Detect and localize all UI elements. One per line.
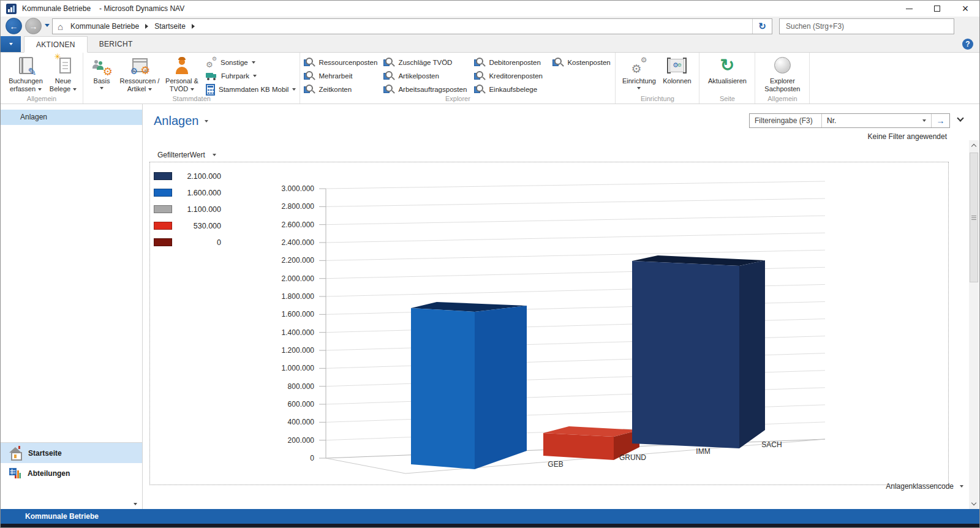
svg-text:1.000.000: 1.000.000 (282, 364, 315, 372)
scroll-down-button[interactable] (969, 499, 979, 509)
filter-field-select[interactable]: Nr. (822, 116, 931, 125)
aktualisieren-button[interactable]: Aktualisieren (703, 53, 751, 85)
grip-icon (971, 216, 976, 220)
breadcrumb: Kommunale Betriebe Startseite (52, 18, 772, 34)
collapse-filter-pane-icon[interactable] (957, 115, 963, 121)
chart-legend: 2.100.0001.600.0001.100.000530.0000 (154, 168, 221, 251)
button-label: Einkaufsbelege (489, 86, 537, 93)
measure-selector[interactable]: GefilterterWert (157, 151, 216, 159)
buchungen-erfassen-button[interactable]: Buchungen erfassen (4, 53, 47, 92)
legend-swatch (154, 205, 172, 213)
einrichtung-button[interactable]: Einrichtung (619, 53, 658, 89)
button-label: Zeitkonten (318, 86, 352, 93)
minimize-button[interactable] (895, 1, 923, 17)
legend-value: 1.600.000 (172, 189, 221, 197)
svg-text:IMM: IMM (696, 447, 710, 456)
filter-input[interactable]: Filtereingabe (F3) (750, 114, 822, 127)
neue-belege-button[interactable]: Neue Belege (47, 53, 79, 92)
artikelposten-button[interactable]: Artikelposten (383, 69, 474, 83)
close-icon (962, 3, 969, 14)
fuhrpark-button[interactable]: Fuhrpark (206, 69, 296, 83)
arbeitsauftragsposten-button[interactable]: Arbeitsauftragsposten (383, 83, 474, 96)
button-label: Fuhrpark (221, 72, 249, 80)
einkaufsbelege-button[interactable]: Einkaufsbelege (474, 83, 552, 96)
calculator-icon (206, 84, 215, 96)
mehrarbeit-button[interactable]: Mehrarbeit (304, 69, 383, 83)
restore-button[interactable] (923, 1, 951, 17)
breadcrumb-company[interactable]: Kommunale Betriebe (68, 22, 141, 31)
basis-button[interactable]: Basis (87, 53, 116, 89)
configure-buttons-icon[interactable] (134, 503, 137, 505)
sidebar-item-label: Abteilungen (28, 469, 70, 478)
breadcrumb-separator-icon[interactable] (192, 24, 195, 29)
svg-text:1.600.000: 1.600.000 (282, 310, 315, 319)
page-title: Anlagen (154, 114, 208, 128)
back-button[interactable] (6, 18, 22, 34)
new-document-icon (59, 58, 71, 74)
personal-tvoed-button[interactable]: Personal & TVÖD (163, 53, 201, 92)
ressourcen-artikel-button[interactable]: Ressourcen / Artikel (116, 53, 163, 92)
history-dropdown-icon[interactable] (45, 24, 50, 27)
svg-text:2.200.000: 2.200.000 (282, 256, 315, 265)
sidebar-item-abteilungen[interactable]: Abteilungen (1, 463, 142, 483)
debitorenposten-button[interactable]: Debitorenposten (474, 56, 552, 69)
button-label: Basis (94, 77, 110, 85)
legend-value: 2.100.000 (172, 172, 221, 181)
sonstige-button[interactable]: Sonstige (206, 56, 296, 69)
zeitkonten-button[interactable]: Zeitkonten (304, 83, 383, 96)
columns-gear-icon (669, 59, 684, 72)
svg-text:800.000: 800.000 (288, 382, 315, 391)
dimension-selector[interactable]: Anlagenklassencode (886, 482, 963, 491)
explorer-sachposten-button[interactable]: Explorer Sachposten (759, 53, 805, 92)
stammdaten-kb-mobil-button[interactable]: Stammdaten KB Mobil (206, 83, 296, 96)
window-bottom-edge (1, 524, 979, 527)
button-label: Stammdaten KB Mobil (219, 86, 288, 93)
zuschlaege-tvoed-button[interactable]: Zuschläge TVÖD (383, 56, 474, 69)
refresh-icon[interactable] (752, 19, 772, 34)
forward-button[interactable] (25, 18, 42, 34)
sidebar-item-anlagen[interactable]: Anlagen (1, 110, 142, 125)
application-menu-button[interactable] (1, 36, 21, 52)
tab-bericht[interactable]: BERICHT (88, 36, 145, 52)
tab-aktionen[interactable]: AKTIONEN (24, 36, 88, 53)
legend-value: 1.100.000 (172, 205, 221, 214)
apply-filter-button[interactable] (931, 114, 949, 127)
kostenposten-button[interactable]: Kostenposten (552, 56, 611, 69)
svg-text:2.000.000: 2.000.000 (282, 274, 315, 283)
ribbon-group-label: Seite (699, 95, 755, 102)
ribbon-tab-row: AKTIONEN BERICHT (1, 36, 979, 53)
page-content: Anlagen Filtereingabe (F3) Nr. Keine Fil… (143, 104, 979, 509)
ribbon-group-allgemein: Buchungen erfassen Neue Belege Allgemein (1, 53, 83, 104)
ressourcenposten-button[interactable]: Ressourcenposten (304, 56, 383, 69)
breadcrumb-separator-icon[interactable] (145, 24, 148, 29)
chevron-down-icon (190, 88, 194, 91)
find-icon (383, 58, 394, 67)
page-title-text: Anlagen (154, 114, 198, 128)
kolonnen-button[interactable]: Kolonnen (658, 53, 695, 85)
help-icon[interactable] (962, 39, 973, 50)
address-bar: Kommunale Betriebe Startseite (1, 17, 979, 36)
sidebar-item-startseite[interactable]: Startseite (1, 443, 142, 463)
ribbon-group-label: Allgemein (1, 95, 83, 102)
find-icon (304, 58, 315, 67)
svg-text:200.000: 200.000 (288, 436, 315, 445)
breadcrumb-startseite[interactable]: Startseite (152, 22, 188, 31)
close-button[interactable] (951, 1, 979, 17)
chevron-down-icon (292, 88, 296, 91)
home-icon (58, 22, 63, 31)
search-input[interactable] (780, 22, 954, 31)
svg-text:SACH: SACH (761, 440, 782, 449)
scroll-up-button[interactable] (969, 140, 979, 151)
kreditorenposten-button[interactable]: Kreditorenposten (474, 69, 552, 83)
button-label: Einrichtung (622, 77, 656, 85)
chevron-down-icon[interactable] (205, 120, 208, 123)
chevron-down-icon (922, 119, 926, 122)
svg-text:2.400.000: 2.400.000 (282, 238, 315, 247)
ribbon-group-label: Stammdaten (83, 95, 300, 102)
chevron-down-icon (100, 87, 104, 89)
button-label: Debitorenposten (489, 59, 540, 66)
gears-icon (631, 58, 647, 74)
scrollbar-thumb[interactable] (970, 153, 978, 282)
legend-swatch (154, 238, 172, 246)
vertical-scrollbar[interactable] (969, 140, 979, 509)
